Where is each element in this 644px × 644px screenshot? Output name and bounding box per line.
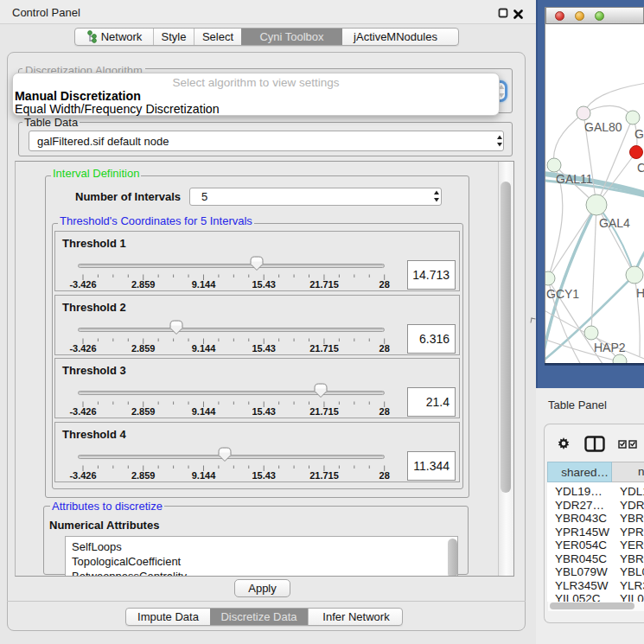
svg-text:C: C [637, 161, 644, 175]
svg-text:GAL11: GAL11 [556, 172, 593, 186]
svg-text:GCY1: GCY1 [546, 287, 579, 301]
svg-text:GA: GA [634, 127, 644, 141]
svg-text:HAP2: HAP2 [594, 341, 626, 354]
svg-text:H: H [636, 286, 644, 300]
svg-text:GAL4: GAL4 [599, 216, 630, 230]
svg-text:GAL80: GAL80 [584, 120, 622, 134]
